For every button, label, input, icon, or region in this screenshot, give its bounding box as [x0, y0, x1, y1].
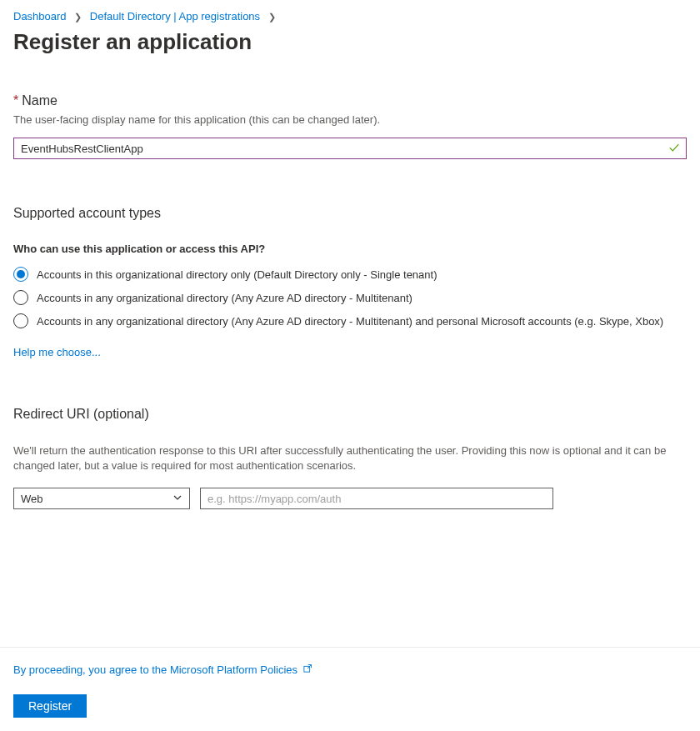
select-value: Web — [21, 493, 43, 505]
breadcrumb-directory[interactable]: Default Directory | App registrations — [90, 10, 260, 23]
name-label: *Name — [13, 93, 687, 108]
chevron-right-icon: ❯ — [74, 12, 82, 22]
breadcrumb: Dashboard ❯ Default Directory | App regi… — [13, 10, 687, 23]
radio-multitenant-personal[interactable]: Accounts in any organizational directory… — [13, 313, 687, 328]
radio-icon — [13, 290, 28, 305]
account-types-radio-group: Accounts in this organizational director… — [13, 267, 687, 328]
name-description: The user-facing display name for this ap… — [13, 113, 687, 126]
account-types-question: Who can use this application or access t… — [13, 243, 687, 255]
redirect-uri-input[interactable] — [200, 488, 553, 509]
radio-icon — [13, 267, 28, 282]
account-types-heading: Supported account types — [13, 206, 687, 221]
radio-label: Accounts in this organizational director… — [37, 268, 438, 281]
external-link-icon — [302, 663, 312, 676]
chevron-right-icon: ❯ — [268, 12, 276, 22]
page-title: Register an application — [13, 29, 687, 55]
register-button[interactable]: Register — [13, 694, 87, 718]
name-input[interactable] — [13, 138, 687, 159]
required-indicator: * — [13, 93, 18, 108]
radio-multitenant[interactable]: Accounts in any organizational directory… — [13, 290, 687, 305]
radio-single-tenant[interactable]: Accounts in this organizational director… — [13, 267, 687, 282]
checkmark-icon — [668, 142, 680, 156]
radio-label: Accounts in any organizational directory… — [37, 292, 412, 304]
radio-icon — [13, 313, 28, 328]
help-me-choose-link[interactable]: Help me choose... — [13, 346, 101, 358]
breadcrumb-dashboard[interactable]: Dashboard — [13, 10, 67, 23]
redirect-uri-description: We'll return the authentication response… — [13, 443, 680, 473]
redirect-uri-heading: Redirect URI (optional) — [13, 407, 687, 422]
platform-policies-link[interactable]: By proceeding, you agree to the Microsof… — [13, 663, 312, 676]
radio-label: Accounts in any organizational directory… — [37, 315, 663, 328]
footer: By proceeding, you agree to the Microsof… — [0, 647, 700, 718]
chevron-down-icon — [172, 493, 182, 505]
redirect-type-select[interactable]: Web — [13, 488, 190, 509]
